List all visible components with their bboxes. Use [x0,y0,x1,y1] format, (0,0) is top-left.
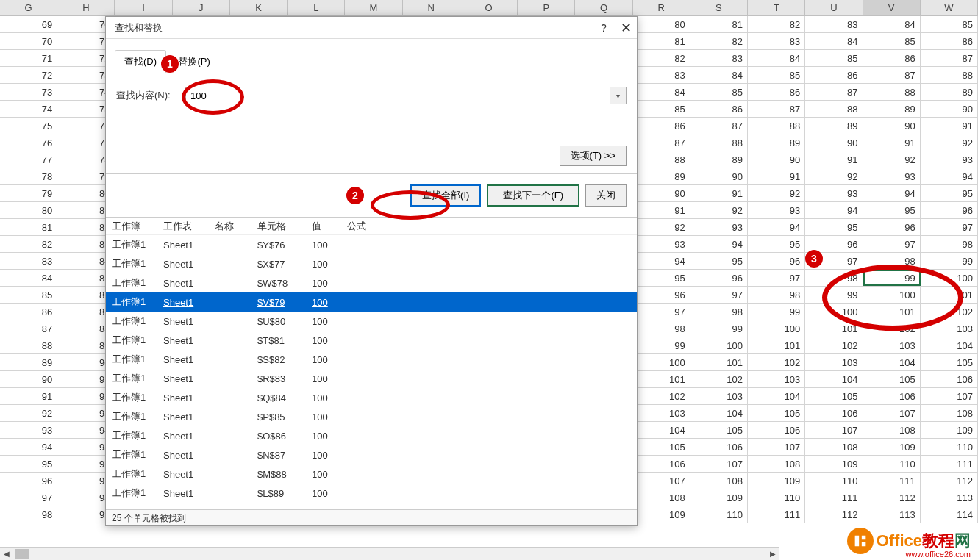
cell[interactable]: 98 [921,236,978,252]
result-row[interactable]: 工作簿1Sheet1$L$89100 [106,484,637,501]
cell[interactable]: 91 [863,134,921,151]
result-row[interactable]: 工作簿1Sheet1$P$85100 [106,407,637,426]
results-list[interactable]: 工作簿1Sheet1$Y$76100工作簿1Sheet1$X$77100工作簿1… [106,235,637,501]
find-next-button[interactable]: 查找下一个(F) [487,184,579,207]
find-all-button[interactable]: 查找全部(I) [410,184,481,207]
cell[interactable]: 83 [690,50,748,66]
result-row[interactable]: 工作簿1Sheet1$N$87100 [106,445,637,464]
cell[interactable]: 89 [0,354,57,370]
cell[interactable]: 105 [863,371,921,387]
cell[interactable]: 89 [921,84,978,100]
cell[interactable]: 85 [748,67,805,83]
result-row[interactable]: 工作簿1Sheet1$Y$76100 [106,235,637,254]
cell[interactable]: 94 [0,439,57,455]
cell[interactable]: 71 [0,50,57,66]
cell[interactable]: 74 [0,101,57,117]
result-row[interactable]: 工作簿1Sheet1$X$77100 [106,254,637,273]
cell[interactable]: 101 [921,287,978,303]
cell[interactable]: 103 [748,371,805,387]
cell[interactable]: 93 [690,219,748,235]
cell[interactable]: 86 [0,304,57,320]
column-header-L[interactable]: L [288,0,345,15]
cell[interactable]: 84 [633,84,690,100]
cell[interactable]: 103 [690,388,748,404]
cell[interactable]: 107 [690,456,748,472]
cell[interactable]: 84 [690,67,748,83]
column-header-O[interactable]: O [460,0,518,15]
cell[interactable]: 86 [633,118,690,134]
cell[interactable]: 92 [863,151,921,168]
cell[interactable]: 108 [921,405,978,421]
column-header-P[interactable]: P [518,0,575,15]
cell[interactable]: 82 [0,236,57,252]
cell[interactable]: 113 [921,489,978,506]
cell[interactable]: 107 [921,388,978,404]
column-header-K[interactable]: K [230,0,288,15]
cell[interactable]: 90 [690,168,748,184]
cell[interactable]: 88 [863,84,921,100]
dialog-close-button[interactable]: ✕ [615,20,637,36]
cell[interactable]: 108 [748,456,805,472]
cell[interactable]: 103 [921,320,978,337]
cell[interactable]: 82 [633,50,690,66]
cell[interactable]: 76 [0,134,57,151]
cell[interactable]: 106 [748,422,805,438]
results-header-workbook[interactable]: 工作簿 [112,220,163,233]
cell[interactable]: 87 [921,50,978,66]
cell[interactable]: 87 [633,134,690,151]
cell[interactable]: 112 [921,473,978,489]
cell[interactable]: 89 [690,151,748,168]
column-header-T[interactable]: T [748,0,805,15]
cell[interactable]: 85 [690,84,748,100]
cell[interactable]: 85 [805,50,863,66]
cell[interactable]: 113 [863,506,921,523]
cell[interactable]: 90 [748,151,805,168]
cell[interactable]: 97 [633,304,690,320]
cell[interactable]: 97 [690,287,748,303]
results-header-value[interactable]: 值 [312,220,347,233]
cell[interactable]: 87 [748,101,805,117]
cell[interactable]: 95 [805,219,863,235]
cell[interactable]: 108 [690,473,748,489]
cell[interactable]: 94 [863,185,921,201]
cell[interactable]: 100 [921,270,978,286]
cell[interactable]: 93 [0,422,57,438]
cell[interactable]: 98 [0,506,57,523]
cell[interactable]: 103 [863,337,921,353]
cell[interactable]: 96 [921,202,978,218]
cell[interactable]: 84 [863,16,921,32]
cell[interactable]: 95 [633,270,690,286]
cell[interactable]: 101 [748,337,805,353]
cell[interactable]: 80 [633,16,690,32]
result-row[interactable]: 工作簿1Sheet1$S$82100 [106,350,637,369]
column-header-J[interactable]: J [173,0,230,15]
cell[interactable]: 89 [863,101,921,117]
cell[interactable]: 96 [633,287,690,303]
cell[interactable]: 111 [863,473,921,489]
cell[interactable]: 100 [748,320,805,337]
cell[interactable]: 99 [633,337,690,353]
cell[interactable]: 88 [921,67,978,83]
cell[interactable]: 102 [748,354,805,370]
cell[interactable]: 102 [805,337,863,353]
results-header-formula[interactable]: 公式 [347,220,382,233]
cell[interactable]: 104 [748,388,805,404]
cell[interactable]: 70 [0,33,57,49]
cell[interactable]: 89 [633,168,690,184]
cell[interactable]: 80 [0,202,57,218]
cell[interactable]: 97 [921,219,978,235]
cell[interactable]: 99 [690,320,748,337]
cell[interactable]: 110 [921,439,978,455]
result-row[interactable]: 工作簿1Sheet1$Q$84100 [106,388,637,407]
tab-find[interactable]: 查找(D) [115,50,166,73]
cell[interactable]: 104 [863,354,921,370]
cell[interactable]: 93 [633,236,690,252]
cell[interactable]: 98 [633,320,690,337]
cell[interactable]: 93 [921,151,978,168]
cell[interactable]: 82 [748,16,805,32]
cell[interactable]: 94 [748,219,805,235]
cell[interactable]: 109 [863,439,921,455]
cell[interactable]: 104 [805,371,863,387]
cell[interactable]: 96 [748,253,805,269]
cell[interactable]: 109 [805,456,863,472]
